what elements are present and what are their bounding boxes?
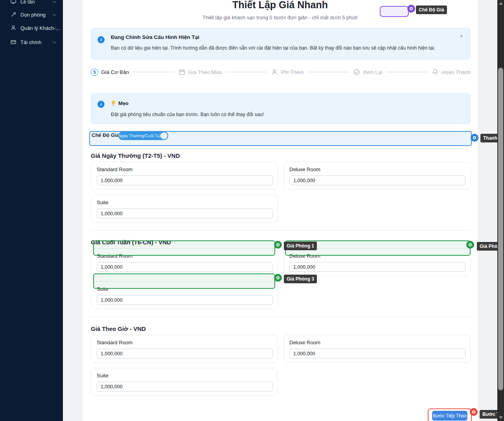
step-xem-lai[interactable]: Xem Lại bbox=[353, 68, 383, 76]
user-icon bbox=[271, 68, 278, 76]
sidebar-item-tai-chinh[interactable]: Tài chính bbox=[0, 37, 63, 47]
alert-body: Bạn có dữ liệu giá hiện tại. Trình hướng… bbox=[111, 45, 454, 51]
sidebar-item-quan-ly-khach[interactable]: Quản lý Khách ... bbox=[0, 23, 63, 33]
step-label: Giá Cơ Bản bbox=[101, 69, 129, 75]
price-input-weekend-standard[interactable] bbox=[97, 262, 273, 272]
sidebar: Lễ tân Dọn phòng Quản lý Khách ... Tài c… bbox=[0, 0, 63, 421]
stepper-line bbox=[226, 72, 267, 72]
annotation-label-room-1: Giá Phòng 1 bbox=[284, 242, 317, 250]
dollar-circle-icon: $ bbox=[91, 68, 98, 76]
scroll-down-icon[interactable] bbox=[499, 416, 503, 419]
annotation-box-room-1 bbox=[93, 240, 275, 256]
step-label: Xem Lại bbox=[363, 69, 383, 75]
room-card-weekday-deluxe: Deluxe Room bbox=[283, 162, 471, 190]
wizard-stepper: $ Giá Cơ Bản Giá Theo Mùa Phí Thêm Xem L… bbox=[91, 67, 471, 77]
housekeeping-icon bbox=[10, 11, 17, 18]
section-heading-weekday: Giá Ngày Thường (T2-T5) - VND bbox=[91, 152, 180, 159]
room-card-weekday-suite: Suite bbox=[91, 195, 278, 223]
lightbulb-icon bbox=[111, 100, 116, 106]
sidebar-item-label: Dọn phòng bbox=[20, 12, 46, 18]
annotation-label-next: Bước Tiế bbox=[480, 410, 498, 419]
stepper-line bbox=[386, 72, 428, 72]
annotation-box-price-mode-bar bbox=[89, 131, 472, 146]
step-label: Hoàn Thành bbox=[441, 69, 471, 75]
room-card-hourly-suite: Suite bbox=[91, 368, 278, 396]
vertical-scrollbar[interactable] bbox=[497, 0, 504, 421]
next-step-button[interactable]: Bước Tiếp Theo bbox=[432, 411, 467, 421]
bell-icon bbox=[432, 68, 439, 76]
check-circle-icon bbox=[353, 68, 360, 76]
marker-badge-icon bbox=[470, 408, 478, 416]
step-gia-co-ban[interactable]: $ Giá Cơ Bản bbox=[91, 68, 129, 76]
tip-body: Đặt giá phòng tiêu chuẩn của bạn trước. … bbox=[111, 112, 264, 117]
section-heading-hourly: Giá Theo Giờ - VND bbox=[91, 325, 146, 332]
chevron-down-icon bbox=[53, 40, 57, 44]
price-input-hourly-deluxe[interactable] bbox=[289, 349, 465, 358]
price-input-weekday-standard[interactable] bbox=[97, 175, 273, 185]
page-subtitle: Thiết lập giá khách sạn trong 5 bước đơn… bbox=[83, 15, 478, 20]
info-icon: i bbox=[97, 101, 105, 108]
stepper-line bbox=[133, 72, 174, 72]
divider bbox=[91, 230, 471, 231]
step-gia-theo-mua[interactable]: Giá Theo Mùa bbox=[178, 68, 222, 76]
price-input-hourly-standard[interactable] bbox=[97, 349, 273, 358]
step-phi-them[interactable]: Phí Thêm bbox=[271, 68, 304, 76]
room-card-hourly-standard: Standard Room bbox=[91, 335, 278, 363]
calendar-icon bbox=[178, 68, 186, 76]
chevron-down-icon bbox=[53, 0, 57, 3]
stepper-line bbox=[308, 72, 349, 72]
front-desk-icon bbox=[10, 0, 17, 5]
step-hoan-thanh[interactable]: Hoàn Thành bbox=[432, 68, 471, 76]
room-label: Suite bbox=[97, 373, 109, 379]
marker-badge-icon bbox=[274, 241, 282, 249]
sidebar-item-don-phong[interactable]: Dọn phòng bbox=[0, 9, 63, 20]
marker-badge-icon bbox=[274, 274, 282, 282]
info-icon: i bbox=[97, 36, 105, 43]
price-input-hourly-suite[interactable] bbox=[97, 382, 273, 391]
step-label: Phí Thêm bbox=[281, 69, 304, 75]
room-label: Standard Room bbox=[97, 166, 132, 172]
sidebar-item-label: Lễ tân bbox=[20, 0, 35, 5]
marker-badge-icon bbox=[466, 241, 474, 249]
chevron-down-icon bbox=[53, 12, 57, 16]
scroll-up-icon[interactable] bbox=[499, 2, 503, 5]
sidebar-item-le-tan[interactable]: Lễ tân bbox=[0, 0, 63, 7]
annotation-label-room-3: Giá Phòng 3 bbox=[284, 275, 317, 283]
annotation-label-che-do-gia: Chế Độ Giá bbox=[416, 6, 447, 14]
alert-title: Đang Chỉnh Sửa Cấu Hình Hiện Tại bbox=[111, 34, 199, 40]
divider bbox=[91, 317, 471, 317]
guests-icon bbox=[10, 25, 17, 31]
room-label: Deluxe Room bbox=[289, 340, 320, 345]
price-input-weekend-deluxe[interactable] bbox=[289, 262, 465, 272]
price-input-weekend-suite[interactable] bbox=[97, 295, 273, 305]
room-label: Suite bbox=[97, 199, 109, 205]
room-label: Deluxe Room bbox=[289, 166, 320, 172]
scrollbar-thumb[interactable] bbox=[498, 68, 503, 390]
price-input-weekday-suite[interactable] bbox=[97, 209, 273, 218]
room-card-hourly-deluxe: Deluxe Room bbox=[283, 335, 471, 363]
price-input-weekday-deluxe[interactable] bbox=[289, 175, 465, 185]
annotation-box-price-mode bbox=[380, 6, 409, 17]
annotation-box-room-3 bbox=[93, 273, 275, 289]
tip-title: Mẹo bbox=[118, 100, 129, 106]
tip-box: i Mẹo Đặt giá phòng tiêu chuẩn của bạn t… bbox=[91, 93, 471, 124]
annotation-label-room-2: Giá Phòng 2 bbox=[477, 242, 498, 251]
marker-badge-icon bbox=[407, 5, 415, 13]
step-label: Giá Theo Mùa bbox=[188, 69, 222, 75]
edit-config-alert: i Đang Chỉnh Sửa Cấu Hình Hiện Tại Bạn c… bbox=[91, 28, 471, 59]
finance-icon bbox=[10, 39, 17, 45]
room-label: Standard Room bbox=[97, 340, 132, 345]
marker-badge-icon bbox=[471, 134, 478, 142]
close-icon[interactable]: × bbox=[460, 33, 463, 39]
room-card-weekday-standard: Standard Room bbox=[91, 162, 278, 190]
sidebar-item-label: Tài chính bbox=[20, 39, 41, 45]
